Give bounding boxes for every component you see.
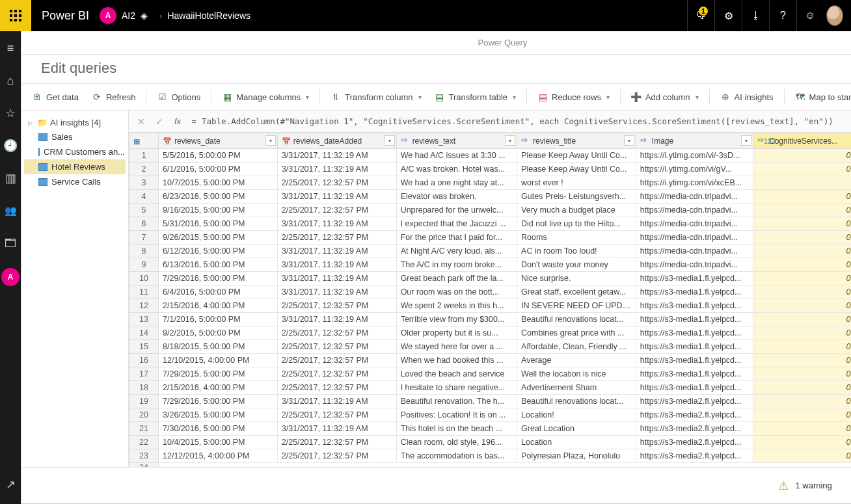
table-row[interactable]: 158/18/2015, 5:00:00 PM2/25/2017, 12:32:…	[129, 340, 852, 354]
cell-reviews-title[interactable]: worst ever !	[517, 176, 636, 190]
query-item[interactable]: CRM Customers an...	[24, 144, 126, 159]
table-row[interactable]: 24	[129, 463, 852, 468]
map-standard-button[interactable]: 🗺Map to standard	[790, 89, 851, 105]
query-item[interactable]: Hotel Reviews	[24, 159, 126, 174]
cell-reviews-date-added[interactable]: 2/25/2017, 12:32:57 PM	[277, 176, 396, 190]
row-number-header[interactable]: ▦	[129, 133, 159, 149]
cell-sentiment-score[interactable]: 0.199	[753, 245, 852, 258]
table-row[interactable]: 2312/12/2015, 4:00:00 PM2/25/2017, 12:32…	[129, 449, 852, 463]
nav-menu-toggle[interactable]: ≡	[0, 38, 21, 59]
cell-reviews-text[interactable]: Clean room, old style, 196...	[396, 436, 517, 449]
table-row[interactable]: 15/5/2016, 5:00:00 PM3/31/2017, 11:32:19…	[129, 149, 852, 163]
cell-reviews-date-added[interactable]: 2/25/2017, 12:32:57 PM	[277, 204, 396, 217]
workspace-avatar[interactable]: A	[100, 7, 116, 24]
cell-reviews-text[interactable]: Great beach park off the la...	[396, 272, 517, 285]
cell-sentiment-score[interactable]: 0.565	[753, 258, 852, 272]
formula-cancel[interactable]: ✕	[133, 114, 150, 129]
cell-reviews-date-added[interactable]: 2/25/2017, 12:32:57 PM	[277, 436, 396, 449]
cell-reviews-title[interactable]: Rooms	[517, 231, 636, 245]
cell-sentiment-score[interactable]: 0.654	[753, 436, 852, 449]
cell-sentiment-score[interactable]: 0.705	[753, 367, 852, 381]
notifications-button[interactable]: 🗨1	[687, 0, 714, 31]
cell-reviews-date-added[interactable]: 2/25/2017, 12:32:57 PM	[277, 326, 396, 340]
table-row[interactable]: 149/2/2015, 5:00:00 PM2/25/2017, 12:32:5…	[129, 326, 852, 340]
refresh-button[interactable]: ⟳Refresh	[87, 89, 141, 105]
options-button[interactable]: ☑Options	[152, 89, 206, 105]
cell-image[interactable]: https://s3-media2.fl.yelpcd...	[636, 408, 753, 422]
cell-sentiment-score[interactable]: 0.713	[753, 326, 852, 340]
column-header[interactable]: ᴬᴮreviews_title▾	[517, 133, 636, 149]
cell-reviews-title[interactable]: Don't waste your money	[517, 258, 636, 272]
cell-reviews-date[interactable]: 6/23/2016, 5:00:00 PM	[159, 190, 278, 204]
cell-reviews-title[interactable]: Did not live up to the Hilto...	[517, 217, 636, 231]
cell-sentiment-score[interactable]: 0.497	[753, 149, 852, 163]
warning-indicator[interactable]: ⚠ 1 warning	[778, 479, 831, 493]
cell-reviews-date[interactable]: 5/31/2016, 5:00:00 PM	[159, 217, 278, 231]
query-item[interactable]: Service Calls	[24, 174, 126, 189]
cell-reviews-title[interactable]: Please Keep Away Until Co...	[517, 149, 636, 163]
table-row[interactable]: 46/23/2016, 5:00:00 PM3/31/2017, 11:32:1…	[129, 190, 852, 204]
row-number-cell[interactable]: 22	[129, 436, 159, 449]
cell-reviews-text[interactable]: The A/C in my room broke...	[396, 258, 517, 272]
cell-reviews-text[interactable]: Elevator was broken.	[396, 190, 517, 204]
workspace-name[interactable]: AI2	[122, 10, 135, 21]
cell-reviews-date[interactable]: 3/26/2015, 5:00:00 PM	[159, 408, 278, 422]
cell-sentiment-score[interactable]: 0.917	[753, 395, 852, 408]
table-row[interactable]: 59/16/2015, 5:00:00 PM2/25/2017, 12:32:5…	[129, 204, 852, 217]
row-number-cell[interactable]: 15	[129, 340, 159, 354]
column-filter-icon[interactable]: ▾	[385, 135, 395, 146]
feedback-button[interactable]: ☺	[796, 0, 824, 31]
transform-table-button[interactable]: ▤Transform table▾	[429, 89, 522, 105]
cell-image[interactable]: https://s3-media1.fl.yelpcd...	[636, 354, 753, 367]
row-number-cell[interactable]: 2	[129, 163, 159, 176]
cell-reviews-date[interactable]: 5/5/2016, 5:00:00 PM	[159, 149, 278, 163]
cell-image[interactable]: https://i.ytimg.com/vi/gV...	[636, 163, 753, 176]
cell-reviews-date-added[interactable]: 2/25/2017, 12:32:57 PM	[277, 381, 396, 395]
cell-sentiment-score[interactable]: 0.422	[753, 313, 852, 326]
nav-recent[interactable]: 🕘	[0, 135, 21, 156]
cell-reviews-date[interactable]: 6/13/2016, 5:00:00 PM	[159, 258, 278, 272]
row-number-cell[interactable]: 19	[129, 395, 159, 408]
cell-reviews-text[interactable]: We stayed here for over a ...	[396, 340, 517, 354]
cell-reviews-title[interactable]: Polynesian Plaza, Honolulu	[517, 449, 636, 463]
row-number-cell[interactable]: 24	[129, 463, 159, 468]
table-row[interactable]: 65/31/2016, 5:00:00 PM3/31/2017, 11:32:1…	[129, 217, 852, 231]
cell-reviews-date[interactable]: 12/12/2015, 4:00:00 PM	[159, 449, 278, 463]
cell-reviews-title[interactable]: Beautiful renovations locat...	[517, 313, 636, 326]
cell-reviews-date-added[interactable]: 3/31/2017, 11:32:19 AM	[277, 149, 396, 163]
cell-reviews-date[interactable]: 9/16/2015, 5:00:00 PM	[159, 204, 278, 217]
cell-sentiment-score[interactable]: 0.665	[753, 340, 852, 354]
cell-reviews-date-added[interactable]: 2/25/2017, 12:32:57 PM	[277, 231, 396, 245]
table-row[interactable]: 107/29/2016, 5:00:00 PM3/31/2017, 11:32:…	[129, 272, 852, 285]
row-number-cell[interactable]: 14	[129, 326, 159, 340]
cell-reviews-date[interactable]: 7/29/2015, 5:00:00 PM	[159, 367, 278, 381]
cell-image[interactable]: https://media-cdn.tripadvi...	[636, 190, 753, 204]
cell-reviews-date-added[interactable]: 2/25/2017, 12:32:57 PM	[277, 408, 396, 422]
help-button[interactable]: ?	[769, 0, 796, 31]
table-row[interactable]: 2210/4/2015, 5:00:00 PM2/25/2017, 12:32:…	[129, 436, 852, 449]
table-row[interactable]: 177/29/2015, 5:00:00 PM2/25/2017, 12:32:…	[129, 367, 852, 381]
cell-sentiment-score[interactable]: 0.3	[753, 176, 852, 190]
nav-favorites[interactable]: ☆	[0, 103, 21, 124]
cell-reviews-text[interactable]: Terrible view from my $300...	[396, 313, 517, 326]
cell-reviews-date[interactable]: 9/2/2015, 5:00:00 PM	[159, 326, 278, 340]
query-item[interactable]: Sales	[24, 129, 126, 144]
cell-reviews-title[interactable]: Location	[517, 436, 636, 449]
cell-reviews-date-added[interactable]: 2/25/2017, 12:32:57 PM	[277, 354, 396, 367]
cell-reviews-text[interactable]: We had A/C issues at 3:30 ...	[396, 149, 517, 163]
table-row[interactable]: 137/1/2016, 5:00:00 PM3/31/2017, 11:32:1…	[129, 313, 852, 326]
column-filter-icon[interactable]: ▾	[624, 135, 634, 146]
cell-image[interactable]: https://media-cdn.tripadvi...	[636, 204, 753, 217]
cell-reviews-text[interactable]: I expected that the Jacuzzi ...	[396, 217, 517, 231]
cell-reviews-date-added[interactable]: 3/31/2017, 11:32:19 AM	[277, 258, 396, 272]
table-row[interactable]: 203/26/2015, 5:00:00 PM2/25/2017, 12:32:…	[129, 408, 852, 422]
nav-workspaces[interactable]: 🗔	[0, 233, 21, 254]
row-number-cell[interactable]: 6	[129, 217, 159, 231]
cell-reviews-date[interactable]: 6/4/2016, 5:00:00 PM	[159, 285, 278, 299]
ai-insights-button[interactable]: ⊕AI insights	[715, 89, 779, 105]
cell-reviews-title[interactable]: Average	[517, 354, 636, 367]
row-number-cell[interactable]: 23	[129, 449, 159, 463]
settings-button[interactable]: ⚙	[714, 0, 742, 31]
grid-scroll[interactable]: ▦📅reviews_date▾📅reviews_dateAdded▾ᴬᴮrevi…	[129, 133, 851, 467]
row-number-cell[interactable]: 8	[129, 245, 159, 258]
